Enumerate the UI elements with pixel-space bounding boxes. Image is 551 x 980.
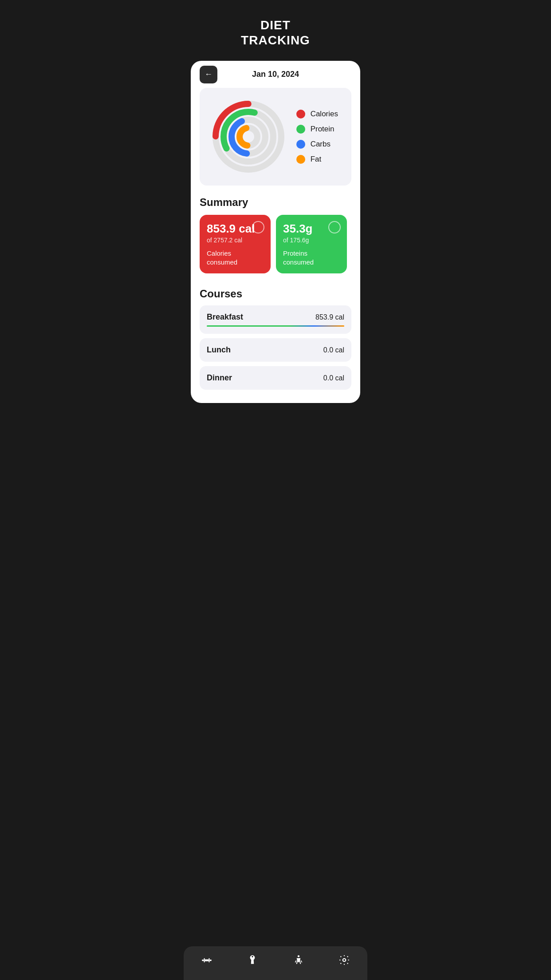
- back-button[interactable]: ←: [200, 66, 217, 83]
- protein-name: Proteinsconsumed: [283, 249, 340, 266]
- course-item-breakfast[interactable]: Breakfast 853.9 cal: [200, 305, 351, 334]
- app-title: DIET TRACKING: [184, 0, 367, 56]
- legend-item-protein: Protein: [296, 125, 338, 134]
- lunch-row: Lunch 0.0 cal: [207, 345, 344, 355]
- main-card: ← Jan 10, 2024: [191, 61, 360, 403]
- dinner-cal: 0.0 cal: [323, 374, 344, 382]
- lunch-name: Lunch: [207, 345, 231, 355]
- protein-label: Protein: [311, 125, 335, 134]
- summary-card-calories[interactable]: 853.9 cal of 2757.2 cal Caloriesconsumed: [200, 215, 271, 273]
- back-arrow-icon: ←: [205, 70, 213, 79]
- legend-item-fat: Fat: [296, 155, 338, 164]
- course-item-dinner[interactable]: Dinner 0.0 cal: [200, 366, 351, 390]
- legend-item-carbs: Carbs: [296, 140, 338, 149]
- calories-dot: [296, 110, 305, 119]
- phone-container: DIET TRACKING ← Jan 10, 2024: [184, 0, 367, 439]
- legend-item-calories: Calories: [296, 110, 338, 119]
- protein-circle: [328, 221, 341, 233]
- calories-circle: [252, 221, 264, 233]
- carbs-dot: [296, 140, 305, 149]
- calories-label: Calories: [311, 110, 338, 119]
- donut-chart: [209, 97, 288, 177]
- course-item-lunch[interactable]: Lunch 0.0 cal: [200, 338, 351, 362]
- breakfast-row: Breakfast 853.9 cal: [207, 312, 344, 322]
- carbs-label: Carbs: [311, 140, 331, 149]
- chart-legend: Calories Protein Carbs Fat: [296, 110, 342, 164]
- dinner-name: Dinner: [207, 373, 232, 383]
- protein-of: of 175.6g: [283, 237, 340, 244]
- fat-label: Fat: [311, 155, 322, 164]
- protein-dot: [296, 125, 305, 134]
- card-header: ← Jan 10, 2024: [200, 70, 351, 79]
- donut-svg: [209, 97, 288, 177]
- dinner-row: Dinner 0.0 cal: [207, 373, 344, 383]
- breakfast-cal: 853.9 cal: [315, 313, 344, 321]
- summary-title: Summary: [200, 196, 351, 209]
- summary-card-protein[interactable]: 35.3g of 175.6g Proteinsconsumed: [276, 215, 347, 273]
- chart-section: Calories Protein Carbs Fat: [200, 88, 351, 186]
- breakfast-progress-bar: [207, 325, 344, 327]
- courses-title: Courses: [200, 288, 351, 300]
- courses-section: Courses Breakfast 853.9 cal Lunch 0.0 ca…: [200, 288, 351, 390]
- fat-dot: [296, 155, 305, 164]
- breakfast-name: Breakfast: [207, 312, 243, 322]
- date-label: Jan 10, 2024: [252, 70, 299, 79]
- calories-of: of 2757.2 cal: [207, 237, 264, 244]
- lunch-cal: 0.0 cal: [323, 346, 344, 354]
- calories-name: Caloriesconsumed: [207, 249, 264, 266]
- summary-cards-container[interactable]: 853.9 cal of 2757.2 cal Caloriesconsumed…: [200, 215, 351, 275]
- summary-section: Summary 853.9 cal of 2757.2 cal Calories…: [200, 196, 351, 275]
